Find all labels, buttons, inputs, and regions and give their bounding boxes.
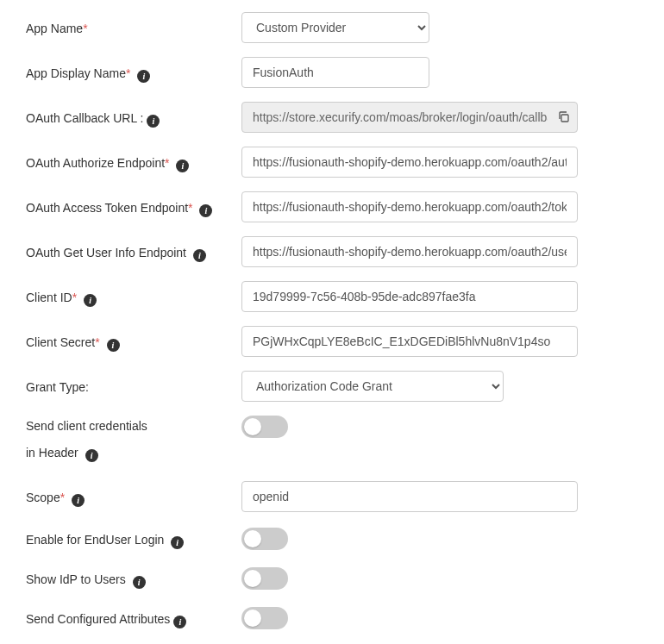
label-scope: Scope: [26, 491, 60, 504]
required-mark: *: [165, 156, 169, 170]
required-mark: *: [126, 66, 130, 80]
grant-type-select[interactable]: Authorization Code Grant: [241, 371, 504, 402]
info-icon[interactable]: i: [171, 536, 184, 549]
required-mark: *: [188, 201, 192, 215]
client-secret-input[interactable]: [241, 326, 578, 357]
scope-input[interactable]: [241, 481, 578, 512]
label-client-secret: Client Secret: [26, 335, 95, 349]
label-send-attrs: Send Configured Attributes: [26, 612, 170, 626]
svg-rect-0: [561, 115, 568, 122]
required-mark: *: [83, 22, 87, 35]
info-icon[interactable]: i: [72, 494, 85, 507]
authorize-endpoint-input[interactable]: [241, 147, 578, 178]
required-mark: *: [60, 491, 65, 504]
label-send-creds-l2: in Header: [26, 446, 78, 460]
label-authorize-endpoint: OAuth Authorize Endpoint: [26, 156, 165, 170]
info-icon[interactable]: i: [199, 204, 212, 217]
label-callback-url: OAuth Callback URL :: [26, 111, 143, 125]
send-creds-toggle[interactable]: [241, 416, 288, 438]
info-icon[interactable]: i: [147, 115, 160, 128]
label-userinfo-endpoint: OAuth Get User Info Endpoint: [26, 246, 186, 259]
label-client-id: Client ID: [26, 291, 72, 304]
info-icon[interactable]: i: [107, 339, 120, 352]
label-app-name: App Name: [26, 22, 83, 35]
client-id-input[interactable]: [241, 281, 578, 312]
label-grant-type: Grant Type:: [26, 380, 89, 394]
info-icon[interactable]: i: [85, 449, 98, 462]
required-mark: *: [95, 335, 99, 349]
label-show-idp: Show IdP to Users: [26, 572, 126, 586]
send-attrs-toggle[interactable]: [241, 607, 288, 629]
copy-icon[interactable]: [557, 110, 571, 124]
label-token-endpoint: OAuth Access Token Endpoint: [26, 201, 188, 215]
info-icon[interactable]: i: [84, 294, 97, 307]
info-icon[interactable]: i: [173, 616, 186, 628]
info-icon[interactable]: i: [176, 159, 189, 172]
userinfo-endpoint-input[interactable]: [241, 236, 578, 267]
info-icon[interactable]: i: [193, 249, 206, 262]
info-icon[interactable]: i: [133, 576, 146, 589]
token-endpoint-input[interactable]: [241, 191, 578, 222]
callback-url-input: [241, 102, 578, 133]
label-enable-enduser: Enable for EndUser Login: [26, 533, 164, 547]
enable-enduser-toggle[interactable]: [241, 528, 288, 550]
required-mark: *: [72, 291, 77, 304]
display-name-input[interactable]: [241, 57, 429, 88]
label-send-creds-l1: Send client credentials: [26, 419, 147, 433]
info-icon[interactable]: i: [137, 70, 150, 83]
label-display-name: App Display Name: [26, 66, 126, 80]
show-idp-toggle[interactable]: [241, 567, 288, 590]
app-name-select[interactable]: Custom Provider: [241, 12, 429, 43]
